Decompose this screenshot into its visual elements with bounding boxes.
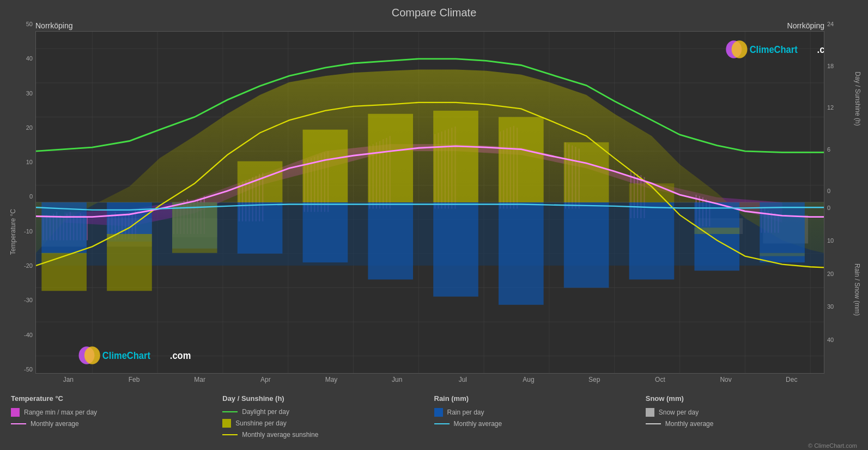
y-tick-50: 50 bbox=[5, 21, 33, 27]
y-tick-n50: -50 bbox=[5, 367, 33, 373]
x-tick-oct: Oct bbox=[627, 376, 693, 389]
legend-snow-swatch bbox=[646, 408, 654, 417]
legend-rain-bar-label: Rain per day bbox=[447, 409, 484, 416]
y-tick-40: 40 bbox=[5, 56, 33, 62]
y-right-tick-6: 6 bbox=[827, 147, 863, 153]
svg-rect-140 bbox=[433, 111, 478, 202]
location-right-label: Norrköping bbox=[787, 21, 824, 30]
legend-rain-bar: Rain per day bbox=[434, 408, 646, 417]
svg-text:.com: .com bbox=[817, 44, 824, 56]
svg-rect-130 bbox=[564, 202, 609, 288]
x-tick-jun: Jun bbox=[364, 376, 430, 389]
main-container: Compare Climate Temperature °C 50 40 30 … bbox=[0, 0, 868, 450]
x-tick-jul: Jul bbox=[430, 376, 496, 389]
legend-temp-avg: Monthly average bbox=[11, 420, 222, 428]
x-tick-feb: Feb bbox=[101, 376, 167, 389]
svg-rect-142 bbox=[564, 142, 609, 202]
y-right-rain-40: 40 bbox=[827, 337, 863, 343]
legend-temp-avg-line bbox=[11, 423, 26, 424]
x-tick-jan: Jan bbox=[35, 376, 101, 389]
legend-daylight-label: Daylight per day bbox=[242, 408, 289, 416]
legend-snow: Snow (mm) Snow per day Monthly average bbox=[646, 394, 857, 439]
legend-sunshine-bar-label: Sunshine per day bbox=[235, 419, 286, 427]
y-tick-0: 0 bbox=[5, 194, 33, 200]
svg-rect-45 bbox=[87, 217, 88, 241]
y-right-label-sunshine: Day / Sunshine (h) bbox=[853, 71, 861, 125]
legend-snow-bar-label: Snow per day bbox=[659, 409, 699, 416]
legend-rain-title: Rain (mm) bbox=[434, 394, 646, 403]
svg-rect-145 bbox=[760, 253, 805, 256]
y-tick-n40: -40 bbox=[5, 332, 33, 338]
legend-sunshine-avg-label: Monthly average sunshine bbox=[242, 431, 318, 439]
svg-rect-141 bbox=[499, 117, 544, 203]
x-tick-nov: Nov bbox=[693, 376, 759, 389]
svg-rect-144 bbox=[694, 227, 739, 234]
legend-rain-avg-label: Monthly average bbox=[454, 420, 502, 428]
legend-temp-range-swatch bbox=[11, 408, 20, 417]
y-tick-n30: -30 bbox=[5, 297, 33, 303]
chart-top-labels: Norrköping Norrköping bbox=[35, 21, 824, 31]
svg-rect-127 bbox=[368, 202, 413, 279]
legend-snow-avg-label: Monthly average bbox=[665, 420, 714, 428]
x-tick-aug: Aug bbox=[496, 376, 562, 389]
y-right-tick-24: 24 bbox=[827, 21, 863, 27]
y-axis-left: Temperature °C 50 40 30 20 10 0 -10 -20 … bbox=[5, 21, 35, 389]
legend-snow-avg: Monthly average bbox=[646, 420, 857, 428]
svg-point-147 bbox=[732, 40, 748, 58]
svg-rect-135 bbox=[107, 234, 152, 291]
y-right-tick-0: 0 bbox=[827, 188, 863, 194]
y-axis-right: 24 18 12 6 0 Day / Sunshine (h) 0 10 20 … bbox=[824, 21, 863, 389]
legend-daylight-line bbox=[222, 411, 238, 412]
svg-rect-137 bbox=[238, 161, 283, 202]
x-tick-dec: Dec bbox=[758, 376, 824, 389]
legend-sunshine: Day / Sunshine (h) Daylight per day Suns… bbox=[222, 394, 434, 439]
svg-point-151 bbox=[84, 346, 100, 364]
chart-middle: Norrköping Norrköping bbox=[35, 21, 824, 389]
legend-snow-title: Snow (mm) bbox=[646, 394, 857, 403]
y-right-label-rain: Rain / Snow (mm) bbox=[853, 263, 861, 316]
y-tick-30: 30 bbox=[5, 91, 33, 97]
location-left-label: Norrköping bbox=[35, 21, 72, 30]
chart-area-wrapper: Temperature °C 50 40 30 20 10 0 -10 -20 … bbox=[5, 21, 863, 389]
legend-temp-range-label: Range min / max per day bbox=[24, 409, 97, 416]
y-tick-10: 10 bbox=[5, 159, 33, 165]
y-right-tick-18: 18 bbox=[827, 63, 863, 69]
x-tick-sep: Sep bbox=[561, 376, 627, 389]
x-axis-labels: Jan Feb Mar Apr May Jun Jul Aug Sep Oct … bbox=[35, 374, 824, 389]
legend-sunshine-title: Day / Sunshine (h) bbox=[222, 394, 434, 403]
y-axis-left-label: Temperature °C bbox=[9, 209, 17, 255]
svg-text:ClimeChart: ClimeChart bbox=[750, 44, 798, 56]
legend-snow-avg-line bbox=[646, 423, 661, 424]
x-tick-may: May bbox=[299, 376, 365, 389]
legend-rain: Rain (mm) Rain per day Monthly average bbox=[434, 394, 646, 439]
legend-temp-avg-label: Monthly average bbox=[31, 420, 79, 428]
legend-snow-bar: Snow per day bbox=[646, 408, 857, 417]
chart-svg: ClimeChart .com ClimeChart .com bbox=[36, 32, 824, 373]
y-tick-20: 20 bbox=[5, 125, 33, 131]
legend-sunshine-avg: Monthly average sunshine bbox=[222, 431, 434, 439]
legend-sunshine-swatch bbox=[222, 419, 231, 428]
chart-title: Compare Climate bbox=[0, 0, 868, 21]
legend-temp-range: Range min / max per day bbox=[11, 408, 222, 417]
svg-text:.com: .com bbox=[170, 350, 191, 362]
svg-rect-138 bbox=[303, 130, 348, 202]
legend-daylight: Daylight per day bbox=[222, 408, 434, 416]
legend-rain-swatch bbox=[434, 408, 443, 417]
svg-rect-128 bbox=[433, 202, 478, 297]
y-tick-n20: -20 bbox=[5, 263, 33, 269]
legend-temperature: Temperature °C Range min / max per day M… bbox=[11, 394, 222, 439]
svg-rect-131 bbox=[629, 202, 675, 279]
svg-rect-134 bbox=[41, 253, 87, 291]
x-tick-mar: Mar bbox=[167, 376, 233, 389]
svg-text:ClimeChart: ClimeChart bbox=[102, 350, 150, 362]
legend-rain-avg-line bbox=[434, 423, 450, 424]
svg-rect-126 bbox=[303, 202, 348, 262]
chart-canvas: ClimeChart .com ClimeChart .com bbox=[35, 31, 824, 374]
legend-sunshine-bar: Sunshine per day bbox=[222, 419, 434, 428]
legend-area: Temperature °C Range min / max per day M… bbox=[0, 389, 868, 441]
legend-temp-title: Temperature °C bbox=[11, 394, 222, 403]
svg-rect-139 bbox=[368, 114, 413, 202]
svg-rect-136 bbox=[172, 202, 217, 253]
svg-rect-122 bbox=[41, 202, 87, 254]
svg-rect-125 bbox=[238, 202, 283, 254]
